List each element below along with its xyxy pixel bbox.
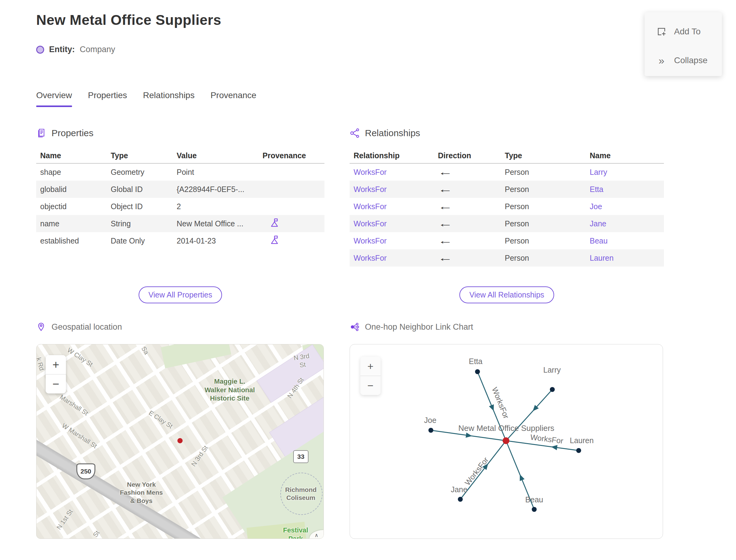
map-street-label: E Clay St	[147, 409, 174, 430]
related-entity-type: Person	[501, 185, 586, 194]
property-name: established	[36, 236, 107, 245]
map-poi-label: Festival Park	[282, 526, 310, 539]
entity-badge-row: Entity: Company	[36, 45, 115, 54]
related-entity-link[interactable]: Joe	[590, 202, 602, 211]
related-entity-link[interactable]: Jane	[590, 219, 606, 228]
col-type: Type	[501, 151, 586, 160]
col-name: Name	[586, 151, 664, 160]
graph-node-Joe[interactable]	[428, 428, 433, 433]
tab-provenance[interactable]: Provenance	[210, 90, 256, 107]
entity-type-dot	[36, 46, 44, 54]
col-type: Type	[107, 151, 173, 160]
chart-zoom-out-button[interactable]: −	[360, 376, 381, 395]
map-street-label: N 3rd St	[290, 351, 314, 370]
property-type: Geometry	[107, 168, 173, 177]
direction-arrow: ←	[438, 184, 453, 194]
graph-node-Jane[interactable]	[458, 497, 463, 502]
map-zoom-out-button[interactable]: −	[46, 374, 66, 393]
graph-node-Beau[interactable]	[532, 507, 537, 512]
provenance-flag-icon[interactable]	[269, 217, 280, 228]
provenance-flag-icon[interactable]	[269, 235, 280, 245]
property-value: {A228944F-0EF5-...	[173, 185, 259, 194]
properties-section-title: Properties	[52, 128, 94, 138]
relationships-section-title: Relationships	[365, 128, 420, 138]
chart-zoom-control: + −	[360, 357, 381, 395]
col-provenance: Provenance	[259, 151, 324, 160]
col-value: Value	[173, 151, 259, 160]
map-street-label: k Rd	[36, 357, 46, 372]
entity-label: Entity:	[49, 45, 75, 54]
tab-relationships[interactable]: Relationships	[143, 90, 194, 107]
properties-table-header: Name Type Value Provenance	[36, 148, 324, 163]
property-type: Global ID	[107, 185, 173, 194]
link-chart-icon	[350, 322, 359, 332]
relationships-panel: Relationships Relationship Direction Typ…	[350, 126, 664, 267]
related-entity-link[interactable]: Beau	[590, 236, 608, 245]
related-entity-type: Person	[501, 168, 586, 177]
related-entity-type: Person	[501, 254, 586, 263]
related-entity-link[interactable]: Lauren	[590, 254, 614, 262]
page-title: New Metal Office Suppliers	[36, 12, 221, 28]
property-provenance	[259, 235, 324, 247]
map-poi-label: Richmond Coliseum	[285, 486, 317, 502]
graph-edge-arrow	[551, 445, 558, 450]
link-chart-canvas[interactable]: WorksForWorksForWorksForEttaLarryJoeLaur…	[350, 344, 663, 539]
relationships-graph-icon	[350, 128, 360, 138]
view-all-properties-button[interactable]: View All Properties	[139, 286, 222, 303]
relationship-row-Lauren: WorksFor←PersonLauren	[350, 249, 664, 267]
graph-edge-arrow	[489, 404, 494, 411]
property-row-globalid: globalidGlobal ID{A228944F-0EF5-...	[36, 181, 324, 198]
map-street-label: Marshall St	[58, 393, 90, 417]
relationship-type-link[interactable]: WorksFor	[354, 236, 387, 245]
relationships-table-header: Relationship Direction Type Name	[350, 148, 664, 163]
tab-properties[interactable]: Properties	[88, 90, 127, 107]
properties-doc-icon	[36, 128, 47, 138]
collapse-button[interactable]: » Collapse	[645, 50, 722, 71]
map-zoom-control: + −	[46, 355, 66, 393]
geospatial-section-head: Geospatial location	[36, 322, 122, 332]
relationships-table: Relationship Direction Type Name WorksFo…	[350, 148, 664, 267]
graph-node-Lauren[interactable]	[576, 448, 581, 453]
relationship-type-link[interactable]: WorksFor	[354, 185, 387, 194]
property-type: Date Only	[107, 236, 173, 245]
graph-node-center[interactable]	[503, 437, 509, 444]
col-name: Name	[36, 151, 107, 160]
property-provenance	[259, 217, 324, 230]
relationship-type-link[interactable]: WorksFor	[354, 168, 387, 176]
graph-node-label: Joe	[424, 416, 436, 424]
graph-node-label: Lauren	[570, 436, 594, 445]
property-name: shape	[36, 168, 107, 177]
map-zoom-in-button[interactable]: +	[46, 355, 66, 374]
graph-center-label: New Metal Office Suppliers	[458, 424, 554, 433]
map-canvas[interactable]: k RdW Clay StSaMarshall StW Marshall StE…	[36, 344, 324, 539]
relationships-section-head: Relationships	[350, 126, 664, 140]
view-all-relationships-button[interactable]: View All Relationships	[459, 286, 554, 303]
related-entity-type: Person	[501, 219, 586, 228]
graph-node-label: Beau	[525, 495, 543, 504]
col-relationship: Relationship	[350, 151, 434, 160]
graph-edge-label: WorksFor	[530, 433, 564, 445]
direction-arrow: ←	[438, 201, 453, 212]
graph-node-Larry[interactable]	[550, 387, 555, 392]
graph-edge-label: WorksFor	[463, 455, 490, 487]
direction-arrow: ←	[438, 253, 453, 263]
graph-node-Etta[interactable]	[475, 369, 480, 374]
related-entity-link[interactable]: Larry	[590, 168, 607, 176]
map-street-label: N 3rd St	[190, 444, 210, 468]
actions-card: Add To » Collapse	[645, 12, 722, 76]
tab-bar: Overview Properties Relationships Proven…	[36, 90, 256, 107]
relationship-type-link[interactable]: WorksFor	[354, 254, 387, 262]
chart-zoom-in-button[interactable]: +	[360, 357, 381, 376]
relationship-type-link[interactable]: WorksFor	[354, 202, 387, 211]
tab-overview[interactable]: Overview	[36, 90, 72, 107]
add-to-button[interactable]: Add To	[645, 21, 722, 42]
relationship-type-link[interactable]: WorksFor	[354, 219, 387, 228]
map-street-label: St	[91, 529, 102, 539]
relationship-row-Jane: WorksFor←PersonJane	[350, 215, 664, 232]
related-entity-link[interactable]: Etta	[590, 185, 603, 194]
map-green-area	[161, 344, 231, 368]
property-name: globalid	[36, 185, 107, 194]
linkchart-section-head: One-hop Neighbor Link Chart	[350, 322, 473, 332]
map-street-label: N 1st St	[55, 508, 75, 531]
graph-edge-arrow	[466, 432, 472, 438]
